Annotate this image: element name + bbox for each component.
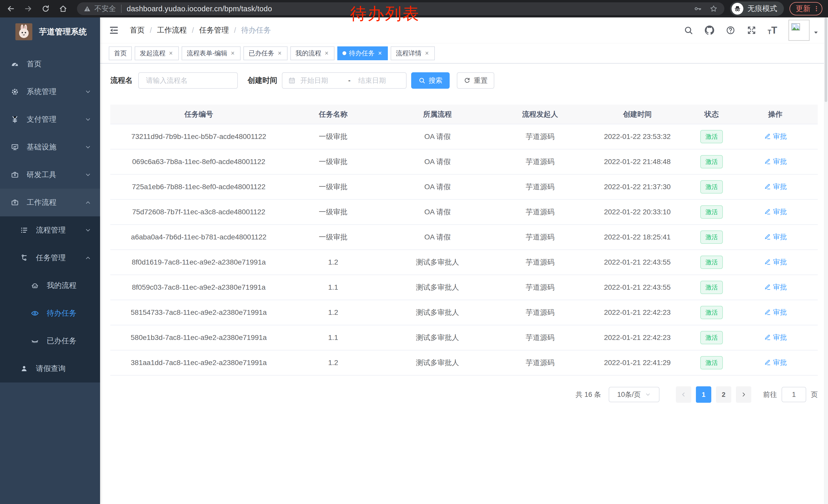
avatar-caret-icon[interactable] <box>813 29 819 36</box>
url-text: dashboard.yudao.iocoder.cn/bpm/task/todo <box>127 5 272 13</box>
sidebar-item-home[interactable]: 首页 <box>0 50 100 78</box>
status-badge: 激活 <box>700 356 723 369</box>
approve-link[interactable]: 审批 <box>764 132 787 141</box>
breadcrumb-item[interactable]: 任务管理 <box>199 25 229 35</box>
start-date-placeholder[interactable]: 开始日期 <box>300 76 343 85</box>
close-icon[interactable]: × <box>377 50 383 56</box>
close-icon[interactable]: × <box>168 50 174 56</box>
page-button-2[interactable]: 2 <box>716 386 731 403</box>
sidebar-item-todo-task[interactable]: 待办任务 <box>0 300 100 327</box>
browser-menu-icon[interactable] <box>813 5 820 13</box>
breadcrumb-item[interactable]: 首页 <box>130 25 145 35</box>
cell-process: 测试多审批人 <box>379 275 496 300</box>
tab-process-detail[interactable]: 流程详情× <box>391 46 435 60</box>
reset-button[interactable]: 重置 <box>457 72 494 89</box>
breadcrumb-separator: / <box>234 26 236 35</box>
home-icon <box>59 5 67 13</box>
process-name-input[interactable] <box>138 72 238 89</box>
not-secure-warning-icon <box>84 5 91 12</box>
header-search-icon[interactable] <box>684 26 693 35</box>
end-date-placeholder[interactable]: 结束日期 <box>356 76 401 85</box>
scrollbar-thumb[interactable] <box>825 17 827 102</box>
sidebar-item-label: 任务管理 <box>36 253 66 263</box>
select-caret-icon <box>645 392 651 398</box>
tab-home[interactable]: 首页 <box>109 46 132 60</box>
page-content: 流程名 创建时间 开始日期 - 结束日期 搜索 重置 <box>100 63 828 504</box>
tab-todo-task[interactable]: 待办任务× <box>337 46 388 60</box>
next-page-button[interactable] <box>736 386 751 403</box>
goto-page-input[interactable] <box>782 387 806 402</box>
pencil-icon <box>764 334 771 341</box>
fullscreen-icon[interactable] <box>747 26 756 35</box>
sidebar-item-process-mgmt[interactable]: 流程管理 <box>0 216 100 244</box>
browser-back-button[interactable] <box>6 4 16 14</box>
breadcrumb-separator: / <box>150 26 152 35</box>
page-scrollbar <box>824 17 828 504</box>
password-key-icon[interactable] <box>694 5 702 13</box>
search-button[interactable]: 搜索 <box>411 72 450 89</box>
status-badge: 激活 <box>700 180 723 193</box>
page-size-select[interactable]: 10条/页 <box>609 387 659 402</box>
font-size-icon[interactable]: TT <box>768 26 777 35</box>
browser-home-button[interactable] <box>58 4 68 14</box>
help-icon[interactable] <box>726 26 735 35</box>
approve-link[interactable]: 审批 <box>764 182 787 191</box>
sidebar-item-done-task[interactable]: 已办任务 <box>0 327 100 355</box>
browser-reload-button[interactable] <box>41 4 51 14</box>
cell-id: 8f059c03-7ac8-11ec-a9e2-a2380e71991a <box>110 275 287 300</box>
table-row: 8f0d1619-7ac8-11ec-a9e2-a2380e71991a1.2测… <box>110 250 818 275</box>
approve-link[interactable]: 审批 <box>764 157 787 166</box>
chevron-up-icon <box>85 255 91 261</box>
address-bar[interactable]: 不安全 dashboard.yudao.iocoder.cn/bpm/task/… <box>77 2 724 15</box>
app-logo-row[interactable]: 芋道管理系统 <box>0 17 100 46</box>
sidebar-item-infra[interactable]: 基础设施 <box>0 133 100 161</box>
approve-link[interactable]: 审批 <box>764 232 787 241</box>
approve-link[interactable]: 审批 <box>764 358 787 367</box>
incognito-label: 无痕模式 <box>747 4 777 14</box>
sidebar-collapse-icon[interactable] <box>109 25 119 35</box>
sidebar-item-task-mgmt[interactable]: 任务管理 <box>0 244 100 272</box>
briefcase-icon <box>11 171 19 179</box>
robot-icon <box>31 281 39 290</box>
approve-link[interactable]: 审批 <box>764 308 787 317</box>
sidebar-item-workflow[interactable]: 工作流程 <box>0 189 100 216</box>
page-button-1[interactable]: 1 <box>696 386 711 403</box>
tab-form-edit[interactable]: 流程表单-编辑× <box>181 46 241 60</box>
approve-link[interactable]: 审批 <box>764 282 787 292</box>
prev-page-button[interactable] <box>676 386 691 403</box>
cell-time: 2022-01-22 23:53:32 <box>584 124 691 149</box>
approve-link[interactable]: 审批 <box>764 333 787 342</box>
approve-link[interactable]: 审批 <box>764 207 787 216</box>
approve-link[interactable]: 审批 <box>764 258 787 267</box>
browser-update-button[interactable]: 更新 <box>790 2 822 15</box>
bookmark-star-icon[interactable] <box>709 5 718 13</box>
cell-action: 审批 <box>733 199 818 225</box>
topbar: 首页/工作流程/任务管理/待办任务 TT <box>100 17 828 43</box>
sidebar-item-devtools[interactable]: 研发工具 <box>0 161 100 189</box>
tab-start-process[interactable]: 发起流程× <box>135 46 179 60</box>
github-icon[interactable] <box>705 26 714 35</box>
status-badge: 激活 <box>700 306 723 319</box>
sidebar-item-label: 流程管理 <box>36 225 66 235</box>
avatar[interactable] <box>788 20 810 41</box>
sidebar-item-leave-query[interactable]: 请假查询 <box>0 355 100 382</box>
sidebar-item-payment[interactable]: 支付管理 <box>0 106 100 133</box>
cell-action: 审批 <box>733 325 818 350</box>
sidebar-item-my-process[interactable]: 我的流程 <box>0 272 100 300</box>
breadcrumb-item[interactable]: 工作流程 <box>157 25 187 35</box>
date-range-picker[interactable]: 开始日期 - 结束日期 <box>282 72 407 89</box>
sidebar-item-system[interactable]: 系统管理 <box>0 78 100 106</box>
cell-action: 审批 <box>733 149 818 174</box>
close-icon[interactable]: × <box>277 50 282 56</box>
status-badge: 激活 <box>700 281 723 294</box>
cell-name: 1.1 <box>287 325 379 350</box>
close-icon[interactable]: × <box>424 50 430 56</box>
close-icon[interactable]: × <box>324 50 329 56</box>
close-icon[interactable]: × <box>230 50 236 56</box>
browser-chrome: 不安全 dashboard.yudao.iocoder.cn/bpm/task/… <box>0 0 828 17</box>
cell-time: 2022-01-22 21:48:48 <box>584 149 691 174</box>
browser-forward-button[interactable] <box>23 4 33 14</box>
gear-icon <box>11 88 19 96</box>
tab-done-task[interactable]: 已办任务× <box>243 46 288 60</box>
tab-my-process[interactable]: 我的流程× <box>290 46 334 60</box>
